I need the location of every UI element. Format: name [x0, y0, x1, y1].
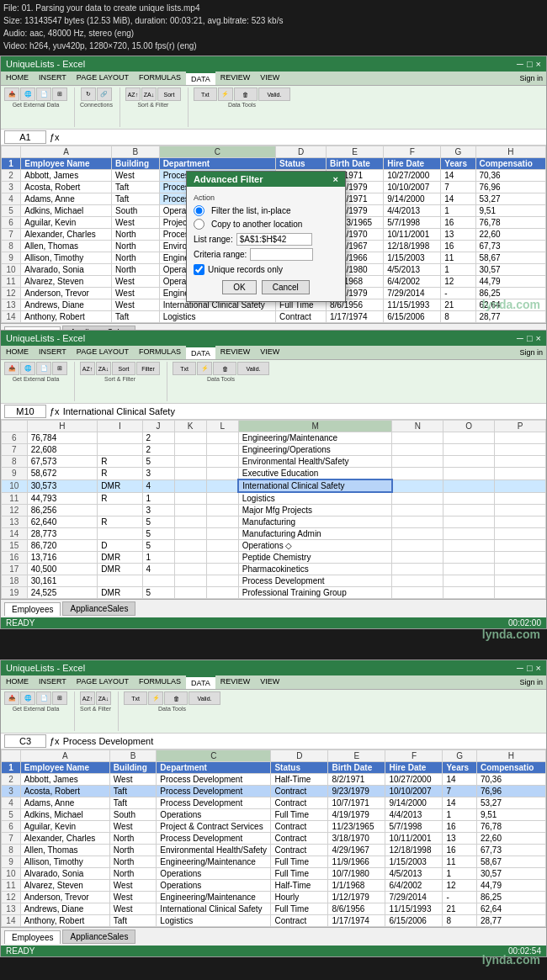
- cell-I[interactable]: DMR: [98, 564, 142, 575]
- cell-hire[interactable]: 5/7/1998: [385, 821, 443, 833]
- cell-birth[interactable]: 11/23/1965: [328, 821, 385, 833]
- cell-status[interactable]: Contract: [271, 845, 328, 856]
- close-icon-3[interactable]: ×: [536, 663, 541, 673]
- cell-N[interactable]: [392, 505, 443, 516]
- cell-L[interactable]: [206, 492, 238, 505]
- cell-name[interactable]: Andrews, Diane: [21, 299, 112, 311]
- cell-building[interactable]: West: [109, 821, 157, 833]
- cell-J[interactable]: 1: [142, 492, 174, 505]
- cell-I[interactable]: [98, 528, 142, 540]
- data-valid-3[interactable]: Valid.: [189, 691, 220, 705]
- tab-formulas-1[interactable]: FORMULAS: [134, 72, 186, 85]
- cell-H[interactable]: 28,773: [27, 528, 98, 540]
- cell-hire[interactable]: 1/15/2003: [384, 252, 441, 264]
- cell-years[interactable]: 16: [443, 821, 476, 833]
- tab-formulas-3[interactable]: FORMULAS: [134, 675, 186, 689]
- cell-dept[interactable]: Operations: [157, 809, 271, 821]
- cell-status[interactable]: Full Time: [271, 809, 328, 821]
- table-row[interactable]: 12 Anderson, Trevor West Engineering/Mai…: [2, 892, 546, 903]
- cell-birth[interactable]: 3/18/1970: [328, 833, 385, 845]
- name-box-2[interactable]: [4, 405, 46, 418]
- table-row[interactable]: 14 Anthony, Robert Taft Logistics Contra…: [2, 311, 546, 323]
- from-web-icon[interactable]: 🌐: [20, 87, 35, 101]
- cell-name[interactable]: Allen, Thomas: [20, 845, 109, 856]
- cell-building[interactable]: North: [109, 845, 157, 856]
- cell-H[interactable]: 76,784: [27, 432, 98, 444]
- cell-hire[interactable]: 6/15/2006: [385, 915, 443, 927]
- cell-I[interactable]: [98, 444, 142, 456]
- cell-hire[interactable]: 12/18/1998: [385, 845, 443, 856]
- cell-K[interactable]: [174, 479, 206, 492]
- cell-K[interactable]: [174, 444, 206, 456]
- cell-dept[interactable]: Process Development: [157, 774, 271, 786]
- cell-M[interactable]: Engineering/Operations: [238, 444, 392, 456]
- cell-O[interactable]: [443, 587, 495, 599]
- table-row[interactable]: 9 Allison, Timothy North Engineering/Mai…: [2, 856, 546, 868]
- cell-O[interactable]: [443, 444, 495, 456]
- tab-insert-1[interactable]: INSERT: [34, 72, 72, 85]
- cell-name[interactable]: Alvarado, Sonia: [21, 264, 112, 276]
- cell-K[interactable]: [174, 505, 206, 516]
- cell-years[interactable]: 14: [443, 774, 476, 786]
- cell-years[interactable]: 7: [443, 786, 476, 797]
- cell-J[interactable]: 4: [142, 479, 174, 492]
- cell-birth[interactable]: 11/9/1966: [328, 856, 385, 868]
- cell-L[interactable]: [206, 575, 238, 587]
- cell-P[interactable]: [495, 587, 546, 599]
- tab-review-3[interactable]: REVIEW: [215, 675, 256, 689]
- cell-years[interactable]: 14: [443, 797, 476, 809]
- cell-L[interactable]: [206, 528, 238, 540]
- cell-name[interactable]: Alvarez, Steven: [20, 880, 109, 892]
- cell-years[interactable]: 11: [443, 856, 476, 868]
- minimize-icon[interactable]: ─: [517, 59, 523, 69]
- cell-I[interactable]: DMR: [98, 552, 142, 564]
- cell-years[interactable]: 1: [441, 264, 475, 276]
- sheet-tab-employees-3[interactable]: Employees: [4, 930, 61, 944]
- cell-J[interactable]: 5: [142, 528, 174, 540]
- sort-za-icon[interactable]: ZA↓: [141, 87, 157, 101]
- from-text-icon-2[interactable]: 📄: [36, 362, 51, 375]
- cell-N[interactable]: [392, 432, 443, 444]
- cell-L[interactable]: [206, 479, 238, 492]
- tab-home-1[interactable]: HOME: [1, 72, 34, 85]
- cell-H[interactable]: 67,573: [27, 456, 98, 468]
- cell-years[interactable]: 13: [443, 833, 476, 845]
- cell-comp[interactable]: 76,78: [475, 217, 546, 229]
- maximize-icon-3[interactable]: □: [527, 663, 533, 673]
- from-other-icon[interactable]: ⊞: [52, 87, 67, 101]
- radio-copy[interactable]: [194, 219, 204, 230]
- remove-dup-icon[interactable]: 🗑: [234, 87, 258, 101]
- cell-status[interactable]: Contract: [271, 786, 328, 797]
- sort-az-icon[interactable]: AZ↑: [125, 87, 141, 101]
- cell-comp[interactable]: 62,64: [476, 903, 545, 915]
- cancel-button[interactable]: Cancel: [262, 280, 310, 294]
- cell-comp[interactable]: 28,77: [476, 915, 545, 927]
- cell-M[interactable]: Operations ◇: [238, 540, 392, 552]
- cell-J[interactable]: [142, 575, 174, 587]
- table-row[interactable]: 14 28,773 5 Manufacturing Admin: [2, 528, 546, 540]
- cell-M[interactable]: Environmental Health/Safety: [238, 456, 392, 468]
- cell-P[interactable]: [495, 564, 546, 575]
- cell-years[interactable]: 1: [441, 205, 475, 217]
- from-access-icon-3[interactable]: 📥: [4, 691, 19, 705]
- cell-H[interactable]: 30,161: [27, 575, 98, 587]
- cell-name[interactable]: Alvarez, Steven: [21, 276, 112, 288]
- cell-hire[interactable]: 10/11/2001: [385, 833, 443, 845]
- table-row[interactable]: 6 76,784 2 Engineering/Maintenance: [2, 432, 546, 444]
- cell-J[interactable]: 5: [142, 540, 174, 552]
- cell-years[interactable]: -: [443, 892, 476, 903]
- cell-name[interactable]: Acosta, Robert: [21, 182, 112, 193]
- cell-building[interactable]: West: [109, 880, 157, 892]
- cell-N[interactable]: [392, 479, 443, 492]
- cell-name[interactable]: Alexander, Charles: [20, 833, 109, 845]
- tab-data-1[interactable]: DATA: [186, 72, 215, 85]
- cell-comp[interactable]: 9,51: [475, 205, 546, 217]
- remove-dup-3[interactable]: 🗑: [164, 691, 188, 705]
- cell-name[interactable]: Aguilar, Kevin: [21, 217, 112, 229]
- cell-L[interactable]: [206, 540, 238, 552]
- cell-hire[interactable]: 4/5/2013: [385, 868, 443, 880]
- tab-insert-3[interactable]: INSERT: [34, 675, 72, 689]
- cell-M[interactable]: Executive Education: [238, 468, 392, 480]
- table-row[interactable]: 4 Adams, Anne Taft Process Development C…: [2, 797, 546, 809]
- cell-M[interactable]: Manufacturing: [238, 516, 392, 528]
